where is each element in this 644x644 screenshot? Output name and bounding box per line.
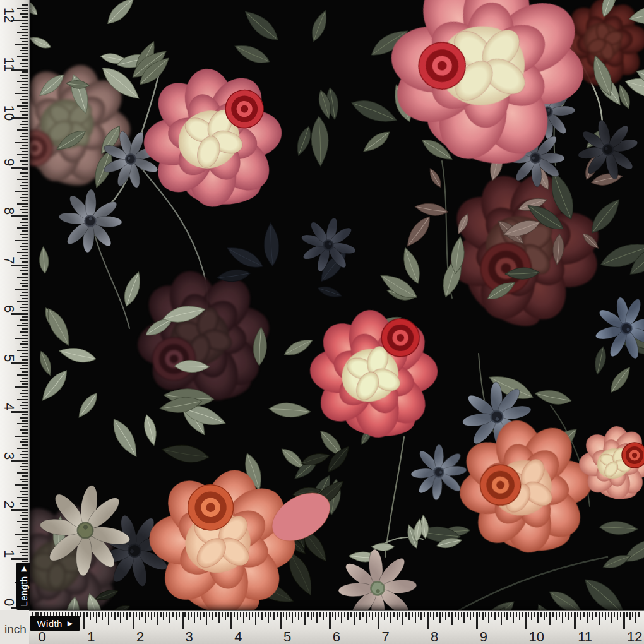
ruler-tick — [15, 93, 28, 94]
ruler-tick — [200, 612, 201, 620]
ruler-tick — [22, 341, 28, 342]
ruler-tick — [381, 612, 382, 617]
ruler-tick — [176, 612, 177, 620]
ruler-tick — [445, 612, 446, 620]
ruler-tick — [540, 612, 542, 617]
ruler-tick — [22, 225, 28, 226]
ruler-tick — [20, 185, 28, 186]
ruler-tick — [17, 32, 28, 33]
ruler-tick — [378, 612, 379, 629]
ruler-tick — [17, 301, 28, 302]
ruler-tick — [375, 612, 376, 617]
ruler-tick — [332, 612, 333, 617]
ruler-tick — [17, 203, 28, 205]
ruler-tick — [356, 612, 357, 617]
ruler-tick — [577, 612, 578, 617]
ruler-tick — [102, 612, 103, 620]
ruler-tick — [20, 539, 28, 540]
ruler-tick — [105, 612, 106, 617]
ruler-tick — [22, 16, 28, 18]
ruler-tick — [15, 289, 28, 290]
ruler-tick — [20, 368, 28, 369]
ruler-tick — [17, 179, 28, 180]
ruler-tick — [252, 612, 253, 617]
ruler-tick — [215, 612, 217, 617]
ruler-number: 12 — [1, 7, 17, 23]
ruler-tick — [22, 237, 28, 238]
ruler-tick — [286, 612, 287, 620]
ruler-tick — [516, 612, 517, 617]
ruler-tick — [20, 454, 28, 455]
ruler-tick — [17, 325, 28, 326]
ruler-tick — [20, 87, 28, 88]
ruler-tick — [22, 530, 28, 532]
ruler-tick — [316, 612, 318, 623]
ruler-tick — [20, 111, 28, 112]
ruler-tick — [366, 612, 367, 623]
ruler-tick — [136, 612, 137, 617]
ruler-tick — [20, 393, 28, 394]
ruler-tick — [620, 612, 621, 617]
ruler-tick — [485, 612, 486, 617]
ruler-tick — [580, 612, 581, 620]
ruler-tick — [237, 612, 238, 620]
ruler-tick — [22, 139, 28, 140]
ruler-tick — [22, 506, 28, 507]
ruler-tick — [338, 612, 339, 617]
ruler-tick — [415, 612, 416, 623]
up-arrow-icon: ▶ — [20, 566, 27, 571]
ruler-tick — [626, 612, 628, 617]
ruler-tick — [22, 365, 28, 366]
ruler-tick — [273, 612, 275, 620]
ruler-tick — [22, 176, 28, 177]
ruler-tick — [22, 518, 28, 520]
ruler-tick — [154, 612, 155, 617]
ruler-tick — [22, 273, 28, 275]
ruler-tick — [270, 612, 271, 617]
ruler-tick — [17, 56, 28, 57]
ruler-tick — [22, 451, 28, 452]
ruler-tick — [20, 503, 28, 504]
ruler-tick — [17, 448, 28, 449]
width-label: Width ▶ — [30, 616, 80, 631]
ruler-tick — [22, 255, 28, 256]
ruler-tick — [20, 172, 28, 174]
ruler-tick — [20, 381, 28, 382]
ruler-tick — [22, 71, 28, 73]
ruler-tick — [123, 612, 124, 617]
ruler-tick — [157, 612, 158, 625]
ruler-tick — [261, 612, 263, 620]
ruler-tick — [467, 612, 468, 617]
ruler-tick — [209, 612, 210, 617]
ruler-tick — [22, 96, 28, 97]
ruler-tick — [163, 612, 164, 620]
ruler-tick — [22, 439, 28, 440]
ruler-tick — [206, 612, 207, 625]
ruler-tick — [20, 38, 28, 39]
ruler-tick — [22, 261, 28, 263]
ruler-number: 11 — [1, 56, 17, 73]
ruler-tick — [20, 515, 28, 516]
ruler-number: 8 — [431, 629, 438, 644]
ruler-tick — [15, 436, 28, 437]
ruler-tick — [22, 304, 28, 305]
ruler-tick — [537, 612, 539, 623]
ruler-tick — [387, 612, 388, 617]
ruler-tick — [184, 612, 186, 617]
ruler-tick — [117, 612, 119, 617]
unit-label: inch — [4, 623, 27, 636]
ruler-tick — [546, 612, 547, 617]
ruler-tick — [22, 524, 28, 525]
ruler-tick — [22, 414, 28, 415]
ruler-tick — [587, 612, 588, 623]
ruler-tick — [448, 612, 450, 617]
ruler-tick — [623, 612, 625, 629]
ruler-tick — [22, 378, 28, 379]
ruler-tick — [15, 386, 28, 388]
ruler-number: 5 — [1, 350, 17, 366]
ruler-tick — [427, 612, 429, 629]
ruler-tick — [17, 497, 28, 498]
ruler-tick — [22, 35, 28, 36]
ruler-tick — [390, 612, 391, 623]
ruler-tick — [22, 353, 28, 354]
